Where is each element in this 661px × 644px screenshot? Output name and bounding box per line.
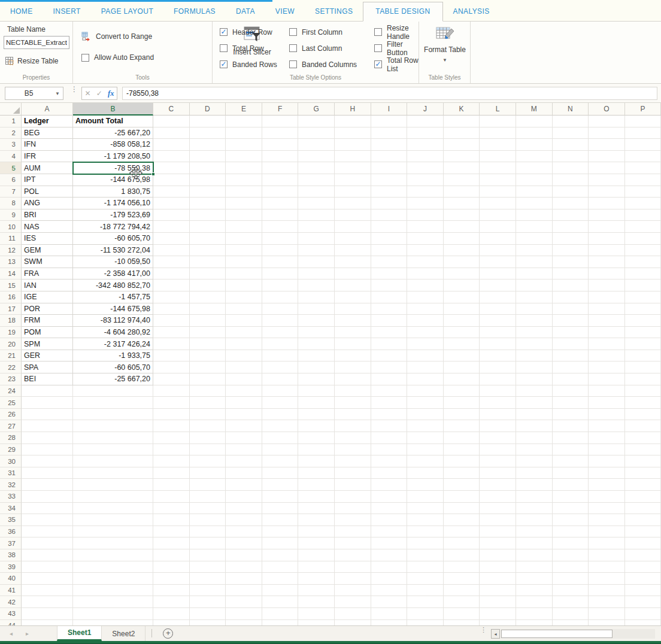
cell-O5[interactable] (589, 162, 625, 174)
cell-J24[interactable] (407, 385, 444, 397)
cell-G40[interactable] (298, 573, 335, 585)
cell-J27[interactable] (407, 420, 444, 432)
cell-D18[interactable] (190, 315, 226, 327)
cell-P12[interactable] (625, 245, 661, 257)
cell-J4[interactable] (407, 151, 444, 163)
cell-H23[interactable] (335, 373, 371, 385)
cell-O6[interactable] (589, 174, 625, 186)
style-option-last-column[interactable]: Last Column (289, 44, 374, 53)
cell-J6[interactable] (407, 174, 444, 186)
column-header-e[interactable]: E (226, 103, 262, 116)
cell-N39[interactable] (553, 561, 589, 573)
cell-G6[interactable] (298, 174, 335, 186)
cell-N42[interactable] (553, 596, 589, 608)
cell-H30[interactable] (335, 455, 371, 467)
cell-A30[interactable] (22, 455, 73, 467)
cell-F3[interactable] (262, 139, 299, 151)
ribbon-tab-analysis[interactable]: ANALYSIS (443, 2, 500, 22)
cell-H15[interactable] (335, 280, 371, 291)
cell-L22[interactable] (480, 362, 516, 373)
cell-P18[interactable] (625, 315, 661, 327)
cell-I27[interactable] (371, 420, 408, 432)
cell-K2[interactable] (444, 127, 480, 139)
cell-E2[interactable] (226, 127, 262, 139)
checkbox-icon[interactable] (220, 60, 228, 68)
cell-H20[interactable] (335, 338, 371, 350)
cell-E42[interactable] (226, 596, 262, 608)
row-header-40[interactable]: 40 (0, 573, 22, 585)
cell-D32[interactable] (190, 479, 226, 491)
cell-P25[interactable] (625, 397, 661, 409)
cell-P21[interactable] (625, 350, 661, 362)
cell-F1[interactable] (262, 116, 299, 127)
cell-M36[interactable] (516, 526, 553, 538)
cell-L1[interactable] (480, 116, 516, 127)
cell-K28[interactable] (444, 432, 480, 444)
cell-K6[interactable] (444, 174, 480, 186)
cell-O3[interactable] (589, 139, 625, 151)
cell-J37[interactable] (407, 537, 444, 549)
cell-M30[interactable] (516, 455, 553, 467)
cell-A37[interactable] (22, 537, 73, 549)
cell-A31[interactable] (22, 467, 73, 479)
cell-H13[interactable] (335, 256, 371, 268)
cell-G32[interactable] (298, 479, 335, 491)
cell-J19[interactable] (407, 327, 444, 339)
cell-G23[interactable] (298, 373, 335, 385)
cell-N7[interactable] (553, 186, 589, 198)
cell-M11[interactable] (516, 233, 553, 245)
cell-A22[interactable]: SPA (22, 362, 73, 373)
cell-J26[interactable] (407, 409, 444, 421)
cell-I37[interactable] (371, 537, 408, 549)
cell-D20[interactable] (190, 338, 226, 350)
cell-M17[interactable] (516, 303, 553, 315)
cell-G7[interactable] (298, 186, 335, 198)
cell-E19[interactable] (226, 327, 262, 339)
cell-A7[interactable]: POL (22, 186, 73, 198)
cell-D35[interactable] (190, 514, 226, 526)
cell-P3[interactable] (625, 139, 661, 151)
cell-O14[interactable] (589, 268, 625, 280)
cell-H14[interactable] (335, 268, 371, 280)
row-header-32[interactable]: 32 (0, 479, 22, 491)
ribbon-tab-view[interactable]: VIEW (265, 2, 305, 22)
cell-F11[interactable] (262, 233, 299, 245)
cell-G29[interactable] (298, 444, 335, 456)
cell-N38[interactable] (553, 549, 589, 561)
cell-J29[interactable] (407, 444, 444, 456)
cell-O28[interactable] (589, 432, 625, 444)
cell-B4[interactable]: -1 179 208,50 (73, 151, 153, 163)
cell-B38[interactable] (73, 549, 153, 561)
column-header-o[interactable]: O (589, 103, 625, 116)
cell-L9[interactable] (480, 209, 516, 221)
cell-B9[interactable]: -179 523,69 (73, 209, 153, 221)
cell-O21[interactable] (589, 350, 625, 362)
cell-F21[interactable] (262, 350, 299, 362)
cell-C7[interactable] (153, 186, 190, 198)
cell-L7[interactable] (480, 186, 516, 198)
cell-C20[interactable] (153, 338, 190, 350)
cell-L35[interactable] (480, 514, 516, 526)
cell-M19[interactable] (516, 327, 553, 339)
cell-D26[interactable] (190, 409, 226, 421)
cell-K12[interactable] (444, 245, 480, 257)
cell-L13[interactable] (480, 256, 516, 268)
cell-B1[interactable]: Amount Total (73, 116, 153, 127)
convert-to-range-button[interactable]: Convert to Range (81, 32, 152, 41)
cell-D33[interactable] (190, 491, 226, 503)
cell-M18[interactable] (516, 315, 553, 327)
cell-N37[interactable] (553, 537, 589, 549)
cell-H6[interactable] (335, 174, 371, 186)
cell-A42[interactable] (22, 596, 73, 608)
cell-D9[interactable] (190, 209, 226, 221)
row-header-11[interactable]: 11 (0, 233, 22, 245)
cell-L30[interactable] (480, 455, 516, 467)
row-header-8[interactable]: 8 (0, 198, 22, 209)
cell-N11[interactable] (553, 233, 589, 245)
cell-L29[interactable] (480, 444, 516, 456)
column-header-c[interactable]: C (153, 103, 190, 116)
cell-M35[interactable] (516, 514, 553, 526)
cell-C13[interactable] (153, 256, 190, 268)
cell-I17[interactable] (371, 303, 408, 315)
cell-I3[interactable] (371, 139, 408, 151)
